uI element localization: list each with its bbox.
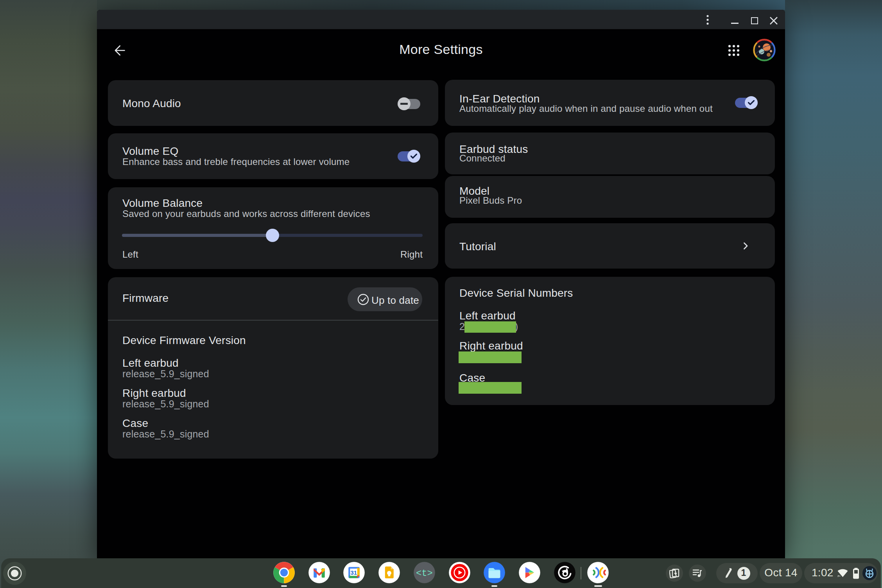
svg-text:31: 31 [350, 570, 357, 576]
svg-text:<t>: <t> [416, 568, 433, 579]
